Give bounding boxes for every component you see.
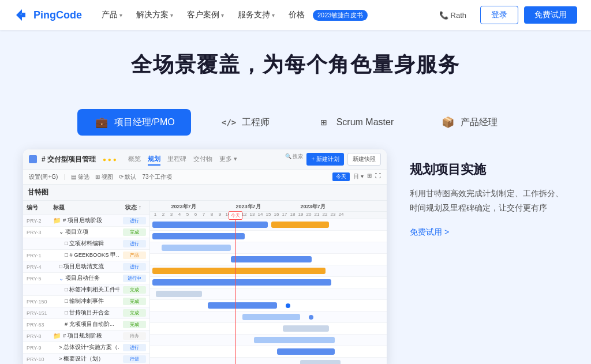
toolbar-filter[interactable]: ▤ 筛选 <box>71 173 89 181</box>
chevron-down-icon: ▾ <box>272 12 275 18</box>
table-row: □ 标签冲刺相关工件中 完成 <box>23 284 149 296</box>
nav-item-support[interactable]: 服务支持 ▾ <box>232 6 280 24</box>
logo[interactable]: PingCode <box>14 7 82 23</box>
gantt-status-dots: ● ● ● <box>103 156 117 163</box>
gantt-milestone <box>309 315 313 320</box>
product-icon: 📦 <box>440 116 456 129</box>
chevron-down-icon: ▾ <box>119 12 122 18</box>
col-status-header: 状态 ↑ <box>121 204 146 212</box>
gantt-bar-row <box>150 312 387 323</box>
gantt-tab-delivery[interactable]: 交付物 <box>193 153 212 166</box>
gantt-bar-row <box>150 265 387 277</box>
right-panel-title: 规划项目实施 <box>410 161 568 178</box>
nav-item-product[interactable]: 产品 ▾ <box>96 6 128 24</box>
gantt-bar <box>254 337 335 343</box>
right-panel-desc: 利用甘特图高效完成计划制定、工作拆分、时间规划及里程碑确定，让交付更有序 <box>410 186 568 215</box>
gantt-bar <box>162 245 231 251</box>
gantt-bar-row <box>150 300 387 312</box>
nav-phone: 📞 Rath <box>439 11 466 20</box>
scrum-icon: ⊞ <box>316 116 332 129</box>
today-btn[interactable]: 今天 <box>332 172 350 181</box>
toolbar-default[interactable]: ⟳ 默认 <box>119 173 137 181</box>
hero-section: 全场景覆盖，为每个角色量身服务 <box>0 30 591 95</box>
hero-title: 全场景覆盖，为每个角色量身服务 <box>0 51 591 79</box>
gantt-bar-row <box>150 288 387 300</box>
gantt-bar <box>152 268 326 274</box>
main-content: # 交付型项目管理 ● ● ● 概览 规划 里程碑 交付物 更多 ▾ 🔍 搜索 … <box>0 149 591 364</box>
gantt-bar-row <box>150 346 387 358</box>
table-row: PRY-3 ⌄ 项目立项 完成 <box>23 227 149 238</box>
gantt-month-row: 2023年7月 2023年7月 2023年7月 <box>150 202 387 212</box>
table-row: PRY-63 # 充项项目自动阶... 完成 <box>23 319 149 331</box>
gantt-bar <box>156 291 202 297</box>
gantt-bar-row <box>150 254 387 265</box>
role-tab-pmo[interactable]: 💼 项目经理/PMO <box>77 109 191 136</box>
role-tabs: 💼 项目经理/PMO </> 工程师 ⊞ Scrum Master 📦 产品经理 <box>0 109 591 136</box>
login-button[interactable]: 登录 <box>480 6 518 24</box>
gantt-section-title: 甘特图 <box>23 185 387 201</box>
toolbar-right: 今天 日 ▾ ⊞ ⛶ <box>332 172 381 181</box>
gantt-bar <box>271 222 329 228</box>
gantt-tab-more[interactable]: 更多 ▾ <box>219 153 237 166</box>
gantt-bar-row <box>150 231 387 242</box>
table-row: PRY-150 □ 输制冲刺事件 完成 <box>23 296 149 307</box>
expand-icon[interactable]: ⊞ <box>367 172 372 181</box>
col-title-header: 标题 <box>53 204 117 212</box>
expand-full-icon[interactable]: ⛶ <box>375 172 381 181</box>
phone-icon: 📞 <box>439 11 448 20</box>
pmo-icon: 💼 <box>93 116 110 129</box>
gantt-tab-milestone[interactable]: 里程碑 <box>167 153 186 166</box>
gantt-bar <box>283 325 329 332</box>
nav-item-solution[interactable]: 解决方案 ▾ <box>130 6 179 24</box>
gantt-search: 🔍 搜索 <box>285 153 304 166</box>
table-row: PRY-1 □ # GEEKBOOKS 甲... 产品 <box>23 250 149 261</box>
table-row: □ 立项材料编辑 进行 <box>23 238 149 250</box>
role-tab-scrum[interactable]: ⊞ Scrum Master <box>300 109 410 136</box>
table-row: PRY-8 📁# 项目规划阶段 待办 <box>23 331 149 342</box>
engineer-icon: </> <box>221 116 237 129</box>
table-row: PRY-10 > 概要设计（划） 行进 <box>23 354 149 364</box>
gantt-chart: 2023年7月 2023年7月 2023年7月 1 2 3 4 5 6 7 <box>150 201 387 364</box>
right-panel-link[interactable]: 免费试用 > <box>410 227 449 238</box>
trial-button[interactable]: 免费试用 <box>524 6 577 24</box>
gantt-mockup: # 交付型项目管理 ● ● ● 概览 规划 里程碑 交付物 更多 ▾ 🔍 搜索 … <box>23 149 387 364</box>
role-tab-engineer[interactable]: </> 工程师 <box>205 109 286 136</box>
gantt-table-header: 编号 标题 状态 ↑ <box>23 201 149 215</box>
gantt-new-plan-btn[interactable]: + 新建计划 <box>306 153 344 166</box>
gantt-bar-row <box>150 335 387 346</box>
table-row: PRY-5 ⌄ 项目启动任务 进行中 <box>23 273 149 284</box>
role-tab-product[interactable]: 📦 产品经理 <box>424 109 514 136</box>
nav-menu: 产品 ▾ 解决方案 ▾ 客户案例 ▾ 服务支持 ▾ 价格 2023敏捷白皮书 <box>96 6 425 24</box>
table-row: PRY-4 □ 项目启动清支流 进行 <box>23 261 149 273</box>
nav-badge[interactable]: 2023敏捷白皮书 <box>313 10 368 21</box>
gantt-bar <box>300 360 341 364</box>
gantt-bar-row <box>150 323 387 335</box>
today-line: 今天 <box>235 219 236 364</box>
table-row: PRY-151 □ 甘持项目开合金 完成 <box>23 307 149 319</box>
gantt-project-icon <box>29 155 37 163</box>
gantt-milestone <box>286 303 290 308</box>
right-panel: 规划项目实施 利用甘特图高效完成计划制定、工作拆分、时间规划及里程碑确定，让交付… <box>410 149 568 238</box>
chevron-down-icon: ▾ <box>170 12 173 18</box>
gantt-bar <box>208 302 277 309</box>
gantt-bar <box>277 348 335 355</box>
navbar: PingCode 产品 ▾ 解决方案 ▾ 客户案例 ▾ 服务支持 ▾ 价格 20… <box>0 0 591 30</box>
gantt-day-row: 1 2 3 4 5 6 7 8 9 10 11 12 13 <box>150 212 387 217</box>
nav-item-price[interactable]: 价格 <box>283 6 311 24</box>
gantt-table: 编号 标题 状态 ↑ PRY-2 📁# 项目启动阶段 进行 PRY-3 ⌄ 项目… <box>23 201 150 364</box>
nav-item-cases[interactable]: 客户案例 ▾ <box>181 6 230 24</box>
gantt-topbar: # 交付型项目管理 ● ● ● 概览 规划 里程碑 交付物 更多 ▾ 🔍 搜索 … <box>23 149 387 170</box>
gantt-bar <box>152 279 331 286</box>
gantt-project-title: # 交付型项目管理 <box>42 155 96 164</box>
gantt-chart-header: 2023年7月 2023年7月 2023年7月 1 2 3 4 5 6 7 <box>150 201 387 219</box>
gantt-new-fast-btn[interactable]: 新建快照 <box>347 153 381 166</box>
gantt-tab-overview[interactable]: 概览 <box>128 153 141 166</box>
gantt-bar-row <box>150 219 387 231</box>
gantt-bars: 今天 <box>150 219 387 364</box>
table-row: PRY-9 > 总体设计*实施方案（... 进行 <box>23 342 149 354</box>
view-toggle[interactable]: 日 ▾ <box>353 172 364 181</box>
toolbar-view[interactable]: ⊞ 视图 <box>95 173 113 181</box>
gantt-bar <box>231 256 312 262</box>
gantt-tab-plan[interactable]: 规划 <box>148 153 160 166</box>
filter-icon: ▤ <box>71 174 76 180</box>
